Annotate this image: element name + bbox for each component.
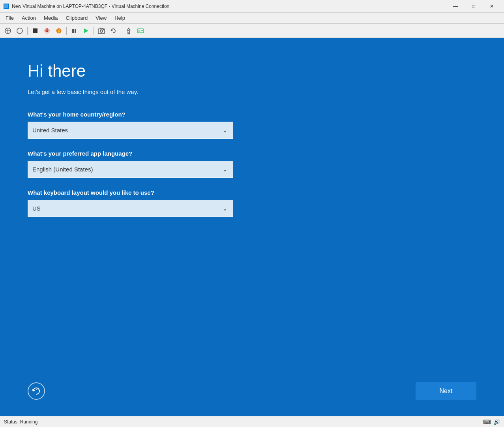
next-button[interactable]: Next <box>416 382 476 400</box>
language-select[interactable]: English (United States) English (United … <box>28 161 233 178</box>
close-button[interactable]: ✕ <box>483 0 501 13</box>
svg-rect-1 <box>4 4 8 8</box>
menu-action[interactable]: Action <box>18 13 40 23</box>
snapshot-button[interactable] <box>96 25 107 36</box>
separator-3 <box>94 27 94 35</box>
bottom-nav: Next <box>28 382 476 400</box>
ctrl-alt-del-button[interactable] <box>2 25 13 36</box>
language-label: What's your preferred app language? <box>28 150 476 157</box>
country-section: What's your home country/region? United … <box>28 111 476 139</box>
power-off-button[interactable] <box>41 25 52 36</box>
keyboard-section: What keyboard layout would you like to u… <box>28 189 476 217</box>
svg-rect-17 <box>103 29 104 30</box>
menu-media[interactable]: Media <box>40 13 62 23</box>
status-bar: Status: Running ⌨ 🔊 <box>0 416 504 427</box>
menu-clipboard[interactable]: Clipboard <box>62 13 92 23</box>
svg-rect-12 <box>75 29 76 33</box>
language-section: What's your preferred app language? Engl… <box>28 150 476 178</box>
drive-button[interactable] <box>135 25 146 36</box>
revert-button[interactable] <box>108 25 119 36</box>
svg-point-15 <box>100 30 103 32</box>
svg-line-23 <box>36 389 37 389</box>
svg-marker-13 <box>84 28 88 33</box>
svg-rect-8 <box>47 28 47 31</box>
window-title: New Virtual Machine on LAPTOP-4ATNB3QF -… <box>12 4 446 9</box>
stop-button[interactable] <box>30 25 41 36</box>
toolbar: ⚡ <box>0 24 504 38</box>
separator-2 <box>66 27 67 35</box>
keyboard-status-icon: ⌨ <box>483 419 491 425</box>
svg-text:⚡: ⚡ <box>56 28 62 34</box>
power-on-button[interactable]: ⚡ <box>53 25 64 36</box>
greeting-title: Hi there <box>28 62 476 81</box>
menu-help[interactable]: Help <box>111 13 129 23</box>
keyboard-select[interactable]: US UK French German <box>28 200 233 217</box>
menu-file[interactable]: File <box>2 13 18 23</box>
svg-rect-22 <box>141 30 143 31</box>
separator-1 <box>27 27 28 35</box>
type-text-button[interactable] <box>14 25 25 36</box>
usb-button[interactable] <box>123 25 134 36</box>
play-button[interactable] <box>81 25 92 36</box>
menu-view[interactable]: View <box>92 13 111 23</box>
svg-line-24 <box>38 389 39 389</box>
language-select-wrapper: English (United States) English (United … <box>28 161 233 178</box>
reset-button[interactable] <box>28 382 45 400</box>
svg-rect-6 <box>33 28 37 33</box>
country-label: What's your home country/region? <box>28 111 476 118</box>
status-icons: ⌨ 🔊 <box>483 419 500 425</box>
window-icon <box>3 3 9 9</box>
window-controls: — □ ✕ <box>446 0 501 13</box>
keyboard-select-wrapper: US UK French German ⌄ <box>28 200 233 217</box>
separator-4 <box>121 27 121 35</box>
minimize-button[interactable]: — <box>446 0 465 13</box>
svg-rect-21 <box>138 30 140 32</box>
country-select-wrapper: United States Canada United Kingdom Aust… <box>28 122 233 139</box>
country-select[interactable]: United States Canada United Kingdom Aust… <box>28 122 233 139</box>
status-text: Status: Running <box>4 419 37 425</box>
title-bar: New Virtual Machine on LAPTOP-4ATNB3QF -… <box>0 0 504 13</box>
maximize-button[interactable]: □ <box>465 0 483 13</box>
greeting-subtitle: Let's get a few basic things out of the … <box>28 88 476 95</box>
svg-point-5 <box>17 28 22 34</box>
menu-bar: File Action Media Clipboard View Help <box>0 13 504 24</box>
svg-rect-11 <box>72 29 74 33</box>
keyboard-label: What keyboard layout would you like to u… <box>28 189 476 196</box>
vm-screen: Hi there Let's get a few basic things ou… <box>0 38 504 416</box>
pause-button[interactable] <box>69 25 80 36</box>
network-status-icon: 🔊 <box>493 419 500 425</box>
